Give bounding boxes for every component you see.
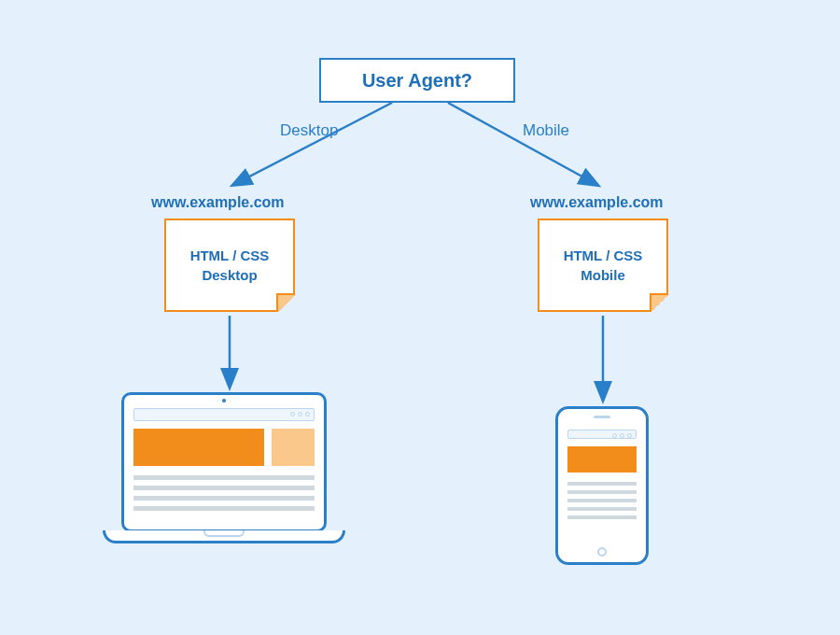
note-desktop: HTML / CSS Desktop	[164, 219, 295, 312]
hero-block	[567, 446, 637, 473]
decision-label: User Agent?	[362, 70, 472, 92]
branch-label-desktop: Desktop	[280, 121, 338, 140]
decision-box-user-agent: User Agent?	[319, 58, 515, 103]
svg-line-1	[233, 103, 392, 185]
hero-block	[133, 429, 264, 466]
url-label-desktop: www.example.com	[151, 194, 285, 211]
phone-speaker-icon	[594, 416, 610, 418]
note-line: Desktop	[202, 265, 257, 285]
url-label-mobile: www.example.com	[530, 194, 664, 211]
phone-home-icon	[597, 547, 607, 557]
laptop-base	[103, 530, 345, 543]
window-controls-icon	[612, 433, 632, 438]
phone-icon	[555, 406, 649, 565]
laptop-screen	[121, 392, 327, 532]
hero-aside	[272, 429, 315, 466]
laptop-icon	[103, 392, 345, 543]
browser-bar	[133, 408, 315, 421]
svg-line-2	[448, 103, 597, 185]
note-line: HTML / CSS	[564, 246, 643, 265]
browser-bar	[567, 430, 637, 439]
note-mobile: HTML / CSS Mobile	[538, 219, 668, 312]
note-line: Mobile	[581, 265, 625, 285]
text-lines	[133, 475, 315, 511]
note-line: HTML / CSS	[190, 246, 270, 265]
text-lines	[567, 482, 637, 519]
laptop-camera-icon	[222, 399, 226, 402]
branch-label-mobile: Mobile	[523, 121, 569, 140]
window-controls-icon	[290, 412, 310, 416]
page-hero	[133, 429, 315, 466]
